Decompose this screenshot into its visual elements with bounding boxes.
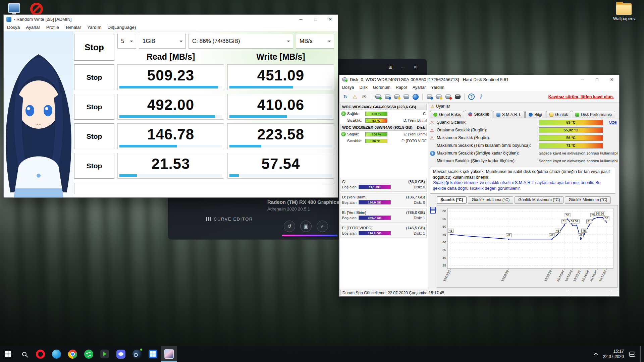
warning-icon[interactable]: ⚠ — [351, 93, 359, 101]
cdm-stop-all-button[interactable]: Stop — [74, 34, 114, 61]
tab-sicaklik[interactable]: Sıcaklık — [465, 110, 492, 118]
cdm-menu-temalar[interactable]: Temalar — [65, 25, 81, 30]
cdm-test-count-select[interactable]: 5 — [117, 34, 136, 49]
chart-tab-suanlik[interactable]: Şuanlık (°C) — [437, 196, 467, 204]
cdm-menu-dil[interactable]: Dil(Language) — [108, 25, 136, 30]
hds-minimize-button[interactable]: ─ — [575, 75, 590, 84]
ozel-link[interactable]: Özel — [609, 120, 617, 125]
tab-disk-performansi[interactable]: Disk Performansı — [572, 111, 615, 118]
radeon-save-button[interactable]: ▣ — [300, 221, 312, 232]
info-icon[interactable]: i — [477, 93, 485, 101]
curve-editor-button[interactable]: CURVE EDITOR — [206, 217, 253, 222]
taskbar-app-spotify[interactable] — [80, 346, 97, 362]
disk-log-icon[interactable] — [435, 93, 443, 101]
chart-tab-gunluk-maksimum[interactable]: Günlük Maksimum (°C) — [515, 196, 564, 204]
disk-benchmark-icon[interactable] — [393, 93, 401, 101]
hds-close-button[interactable]: ✕ — [604, 75, 619, 84]
cdm-test-size-select[interactable]: 1GiB — [139, 34, 186, 49]
hds-menu-disk[interactable]: Disk — [359, 85, 367, 90]
disk-clone-icon[interactable] — [402, 93, 410, 101]
cdm-stop-row1-button[interactable]: Stop — [74, 64, 114, 90]
hds-menu-ayarlar[interactable]: Ayarlar — [413, 85, 426, 90]
taskbar-app-chrome[interactable] — [64, 346, 80, 362]
disk-detect-icon[interactable] — [374, 93, 382, 101]
taskbar-app-diskmark-active[interactable] — [161, 346, 177, 362]
show-desktop-button[interactable] — [640, 346, 643, 362]
refresh-icon[interactable]: ↻ — [341, 93, 350, 101]
svg-text:50: 50 — [442, 225, 446, 228]
hds-menu-gorunum[interactable]: Görünüm — [373, 85, 390, 90]
hds-maximize-button[interactable]: □ — [590, 75, 604, 84]
hds-menu-rapor[interactable]: Rapor — [396, 85, 407, 90]
taskbar-app-utility[interactable] — [145, 346, 161, 362]
cdm-menu-dosya[interactable]: Dosya — [7, 25, 20, 30]
cdm-stop-row3-button[interactable]: Stop — [74, 123, 114, 149]
taskbar-search-button[interactable] — [16, 346, 32, 362]
desktop-icon-opera[interactable] — [30, 3, 43, 15]
hds-menu-yardim[interactable]: Yardım — [431, 85, 444, 90]
tray-expand-icon[interactable] — [594, 353, 598, 357]
tab-gunluk[interactable]: Günlük — [546, 111, 571, 118]
chart-tab-gunluk-minimum[interactable]: Günlük Minimum (°C) — [565, 196, 611, 204]
save-chart-icon[interactable] — [430, 207, 436, 214]
partition-row-e[interactable]: E: [Yeni Birim] (785,0 GB) Boş alan 369,… — [340, 208, 427, 223]
disk0-temp-row[interactable]: Sıcaklık: 53 °C D: [Yeni Birim] — [340, 117, 427, 124]
cdm-target-drive-select[interactable]: C: 86% (74/86GiB) — [189, 34, 293, 49]
taskbar-app-discord[interactable] — [113, 346, 129, 362]
disk-edit-icon[interactable] — [444, 93, 452, 101]
register-link[interactable]: Kayıtsız sürüm, lütfen kayıt olun. — [548, 95, 614, 99]
disk-dark-icon[interactable] — [453, 93, 462, 101]
disk1-health-row[interactable]: ✓ Sağlık: 100 % E: [Yeni Birim] — [340, 131, 427, 137]
start-button[interactable] — [0, 346, 16, 362]
cdm-close-button[interactable]: ✕ — [323, 15, 338, 23]
disk0-header[interactable]: WDC WDS240G1G0A-00SS50 (223,6 GB) — [340, 104, 427, 110]
taskbar-clock[interactable]: 15:17 22.07.2020 — [603, 349, 624, 360]
cdm-stop-row2-button[interactable]: Stop — [74, 94, 114, 120]
cdm-menu-yardim[interactable]: Yardım — [87, 25, 102, 30]
radeon-minimize-button[interactable]: ─ — [401, 64, 405, 70]
partition-d-free-label: Boş alan — [342, 200, 357, 204]
report-mail-icon[interactable]: ✉ — [360, 93, 368, 101]
cdm-menu-ayarlar[interactable]: Ayarlar — [26, 25, 40, 30]
cdm-unit-select[interactable]: MB/s — [296, 34, 334, 49]
cdm-test-size-value: 1GiB — [143, 38, 155, 45]
radeon-pin-icon[interactable]: ⊞ — [389, 64, 393, 70]
cdm-titlebar[interactable]: - Random Write [2/5] [ADMIN] ─ □ ✕ — [4, 15, 338, 23]
partition-row-d[interactable]: D: [Yeni Birim] (136,7 GB) Boş alan 126.… — [340, 193, 427, 207]
partition-c-disk: Disk: 0 — [414, 185, 425, 189]
partition-row-f[interactable]: F: [FOTO VİDEO] (146,5 GB) Boş alan 116.… — [340, 224, 427, 238]
desktop-icon-wallpapers[interactable]: Wallpapers — [609, 3, 639, 21]
disk-surface-icon[interactable] — [383, 93, 391, 101]
disk1-temp-row[interactable]: Sıcaklık: 36 °C F: [FOTO VİDE — [340, 137, 427, 144]
disk0-health-row[interactable]: ✓ Sağlık: 100 % C: — [340, 110, 427, 117]
temp-max-lifetime-label: Maksimum Sıcaklık (Tüm kullanım ömrü boy… — [437, 143, 537, 148]
chart-tab-gunluk-ortalama[interactable]: Günlük ortalama (°C) — [468, 196, 513, 204]
taskbar-app-opera[interactable] — [32, 346, 48, 362]
disk-info-icon[interactable] — [425, 93, 433, 101]
partition-row-c[interactable]: C: (86,3 GB) Boş alan 11,1 GB Disk: 0 — [340, 178, 427, 192]
cdm-stop-row4-button[interactable]: Stop — [74, 153, 114, 179]
tab-genel-bakis[interactable]: Genel Bakış — [430, 111, 464, 118]
tab-smart[interactable]: S.M.A.R.T. — [493, 111, 525, 118]
help-icon[interactable]: ? — [468, 94, 475, 100]
radeon-apply-button[interactable]: ✓ — [317, 221, 328, 232]
cdm-maximize-button[interactable]: □ — [308, 15, 323, 23]
taskbar-app-steam[interactable] — [129, 346, 145, 362]
action-center-icon[interactable] — [629, 352, 635, 357]
taskbar-app-edge[interactable] — [48, 346, 64, 362]
radeon-reset-button[interactable]: ↺ — [284, 221, 295, 232]
cdm-minimize-button[interactable]: ─ — [293, 15, 308, 23]
radeon-close-button[interactable]: ✕ — [413, 64, 417, 70]
status-segment — [569, 290, 609, 296]
tab-bilgi[interactable]: Bilgi — [525, 111, 545, 118]
cdm-comment-box[interactable] — [74, 183, 334, 194]
desktop-icon-pc[interactable] — [8, 3, 20, 13]
resize-grip[interactable] — [610, 290, 619, 296]
hds-menu-dosya[interactable]: Dosya — [342, 85, 354, 90]
cdm-menu-profile[interactable]: Profile — [46, 25, 59, 30]
hds-titlebar[interactable]: Disk: 0, WDC WDS240G1G0A-00SS50 [1725624… — [339, 75, 619, 84]
world-icon[interactable] — [412, 93, 420, 101]
disk1-header[interactable]: WDC WD10EZEX-08WN4A0 (931,5 GB) Disk — [340, 124, 427, 131]
taskbar-app-media[interactable] — [97, 346, 113, 362]
info-circle-icon: i — [430, 151, 435, 156]
